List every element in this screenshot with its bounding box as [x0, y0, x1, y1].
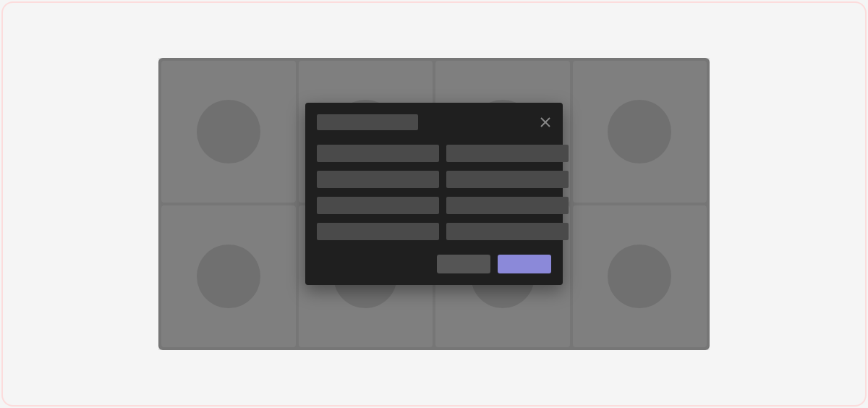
- close-icon[interactable]: [540, 116, 551, 128]
- form-field[interactable]: [446, 223, 569, 240]
- form-field[interactable]: [446, 171, 569, 188]
- form-field[interactable]: [317, 223, 439, 240]
- confirm-button[interactable]: [498, 255, 551, 273]
- form-field[interactable]: [446, 145, 569, 162]
- modal-header: [317, 114, 551, 130]
- outer-frame: [1, 1, 867, 407]
- modal-body: [317, 145, 551, 240]
- modal-footer: [317, 255, 551, 273]
- form-field[interactable]: [446, 197, 569, 214]
- app-canvas: [158, 58, 710, 350]
- form-field[interactable]: [317, 145, 439, 162]
- modal-title: [317, 114, 418, 130]
- form-field[interactable]: [317, 171, 439, 188]
- modal-overlay[interactable]: [158, 58, 710, 350]
- cancel-button[interactable]: [437, 255, 490, 273]
- modal-dialog: [305, 103, 563, 285]
- form-field[interactable]: [317, 197, 439, 214]
